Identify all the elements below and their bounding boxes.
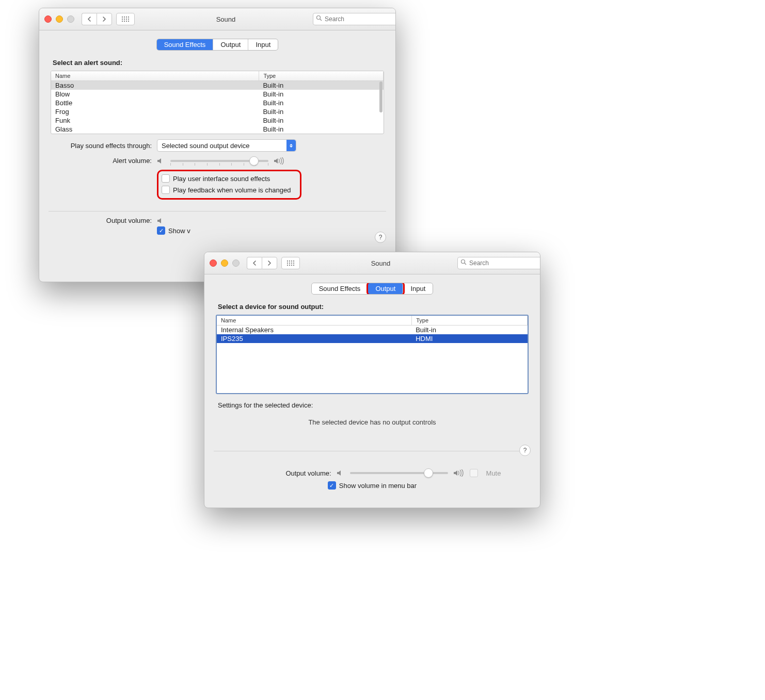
show-all-button[interactable] <box>116 13 135 25</box>
tabs: Sound Effects Output Input <box>214 283 531 295</box>
table-row[interactable]: BlowBuilt-in <box>51 90 384 99</box>
zoom-button[interactable] <box>67 15 74 23</box>
back-button[interactable] <box>247 257 262 269</box>
window-controls <box>210 259 240 267</box>
tab-output[interactable]: Output <box>213 39 248 50</box>
sound-prefs-window-output: Sound Sound Effects Output Input Select … <box>204 252 540 508</box>
slider-track[interactable] <box>170 160 268 162</box>
play-through-row: Play sound effects through: Selected sou… <box>49 139 386 152</box>
table-header: Name Type <box>217 316 528 325</box>
search-input[interactable] <box>313 13 396 25</box>
close-button[interactable] <box>44 15 52 23</box>
search-icon <box>460 259 467 265</box>
chevron-left-icon <box>252 261 257 266</box>
slider-track[interactable] <box>350 472 448 474</box>
col-type[interactable]: Type <box>259 71 384 80</box>
help-button[interactable]: ? <box>375 232 386 243</box>
tab-sound-effects[interactable]: Sound Effects <box>157 39 214 50</box>
settings-for-device-label: Settings for the selected device: <box>218 401 531 409</box>
col-name[interactable]: Name <box>217 316 412 325</box>
checkbox-volume-feedback-label: Play feedback when volume is changed <box>173 186 291 194</box>
tab-sound-effects[interactable]: Sound Effects <box>312 283 369 294</box>
speaker-low-icon <box>157 217 165 224</box>
titlebar[interactable]: Sound <box>39 8 395 30</box>
window-title: Sound <box>139 15 313 23</box>
checkbox-ui-sound-effects-label: Play user interface sound effects <box>173 175 270 183</box>
tab-input[interactable]: Input <box>403 283 433 294</box>
titlebar[interactable]: Sound <box>204 252 540 274</box>
speaker-high-icon <box>274 157 285 165</box>
checkbox-show-volume-menubar[interactable] <box>328 481 336 490</box>
alert-volume-row: Alert volume: <box>49 157 386 165</box>
alert-volume-label: Alert volume: <box>49 157 157 165</box>
close-button[interactable] <box>210 259 217 267</box>
chevron-right-icon <box>267 261 272 266</box>
table-row[interactable]: FunkBuilt-in <box>51 116 384 125</box>
checkbox-ui-sound-effects[interactable] <box>162 174 170 183</box>
svg-point-0 <box>317 16 321 20</box>
checkbox-show-volume-menubar-label: Show volume in menu bar <box>339 482 417 490</box>
slider-thumb[interactable] <box>249 156 259 166</box>
tab-input[interactable]: Input <box>248 39 278 50</box>
output-volume-row: Output volume: Mute <box>214 469 531 477</box>
table-row[interactable]: Internal SpeakersBuilt-in <box>217 325 528 334</box>
window-title: Sound <box>304 259 457 267</box>
checkbox-show-volume-menubar[interactable] <box>157 226 165 235</box>
play-through-value: Selected sound output device <box>162 142 250 150</box>
col-type[interactable]: Type <box>412 316 528 325</box>
show-all-button[interactable] <box>281 257 300 269</box>
checkbox-show-volume-menubar-label: Show v <box>168 227 190 235</box>
alert-volume-slider[interactable] <box>157 157 285 165</box>
minimize-button[interactable] <box>221 259 228 267</box>
search-field-wrap <box>457 257 535 269</box>
no-output-controls-message: The selected device has no output contro… <box>214 418 531 426</box>
checkbox-volume-feedback[interactable] <box>162 186 170 194</box>
grid-icon <box>122 17 129 22</box>
output-volume-label: Output volume: <box>244 469 337 477</box>
svg-line-1 <box>320 19 322 21</box>
output-volume-label: Output volume: <box>49 217 157 224</box>
search-icon <box>316 15 322 21</box>
nav-group <box>82 13 112 25</box>
forward-button[interactable] <box>97 13 112 25</box>
table-row[interactable]: GlassBuilt-in <box>51 125 384 134</box>
col-name[interactable]: Name <box>51 71 259 80</box>
output-volume-slider[interactable]: Mute <box>337 469 501 477</box>
search-field-wrap <box>313 13 390 25</box>
window-controls <box>44 15 74 23</box>
highlighted-checkbox-group: Play user interface sound effects Play f… <box>157 170 301 200</box>
slider-thumb[interactable] <box>424 468 433 478</box>
output-devices-table[interactable]: Name Type Internal SpeakersBuilt-in IPS2… <box>216 315 529 394</box>
speaker-high-icon <box>453 469 465 477</box>
alert-sound-heading: Select an alert sound: <box>53 59 386 67</box>
svg-point-2 <box>461 260 465 264</box>
play-through-select[interactable]: Selected sound output device <box>157 139 296 152</box>
table-header: Name Type <box>51 71 384 81</box>
checkbox-mute[interactable] <box>470 469 478 477</box>
table-row[interactable]: BassoBuilt-in <box>51 81 384 90</box>
nav-group <box>247 257 277 269</box>
tab-output[interactable]: Output <box>368 283 403 294</box>
sound-prefs-window-sound-effects: Sound Sound Effects Output Input Select … <box>39 8 396 282</box>
help-button[interactable]: ? <box>519 445 531 456</box>
tabs: Sound Effects Output Input <box>49 39 386 51</box>
zoom-button[interactable] <box>232 259 240 267</box>
chevron-left-icon <box>87 17 91 22</box>
grid-icon <box>287 261 294 266</box>
table-row[interactable]: FrogBuilt-in <box>51 107 384 116</box>
back-button[interactable] <box>82 13 97 25</box>
speaker-low-icon <box>337 469 345 477</box>
alert-sounds-table[interactable]: Name Type BassoBuilt-in BlowBuilt-in Bot… <box>51 71 384 134</box>
forward-button[interactable] <box>262 257 277 269</box>
scrollbar[interactable] <box>379 82 383 112</box>
chevron-right-icon <box>102 17 106 22</box>
svg-line-3 <box>465 263 466 265</box>
speaker-low-icon <box>157 157 165 165</box>
mute-label: Mute <box>486 469 501 477</box>
table-row[interactable]: BottleBuilt-in <box>51 99 384 107</box>
table-row[interactable]: IPS235HDMI <box>217 334 528 343</box>
minimize-button[interactable] <box>56 15 63 23</box>
output-volume-row: Output volume: <box>49 217 386 224</box>
output-device-heading: Select a device for sound output: <box>218 303 531 311</box>
search-input[interactable] <box>457 257 540 269</box>
